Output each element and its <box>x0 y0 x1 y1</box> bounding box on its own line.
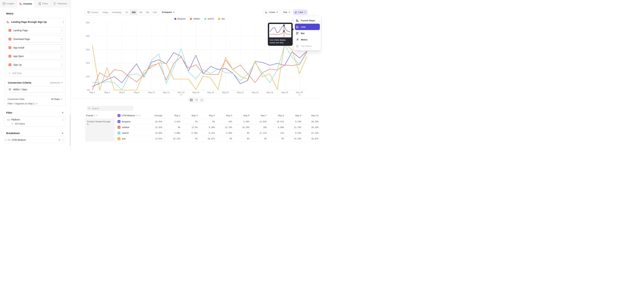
column-header[interactable]: May 3 <box>180 112 198 118</box>
kebab-icon[interactable] <box>61 29 62 32</box>
date-range-3m[interactable]: 3M <box>138 10 144 15</box>
tab-retention[interactable]: Retention <box>52 0 69 7</box>
date-range-30d[interactable]: 30D <box>130 10 138 15</box>
date-range-12m[interactable]: 12M <box>151 10 158 15</box>
legend-item[interactable]: $organic <box>174 18 186 20</box>
menu-item-bar[interactable]: Bar <box>294 30 321 36</box>
funnel-step-5[interactable]: 5 Sign Up <box>6 62 64 68</box>
column-header[interactable]: May 2 <box>163 112 180 118</box>
date-range-7d[interactable]: 7D <box>124 10 130 15</box>
column-header[interactable]: May 4 <box>198 112 215 118</box>
filter-card-platform[interactable]: Aa Platform Is iOS Native <box>4 116 66 126</box>
property-type-badge: Aa <box>8 138 10 141</box>
kebab-icon[interactable] <box>61 55 62 58</box>
chevron-down-icon <box>36 103 38 104</box>
column-header[interactable]: May 6 <box>232 112 250 118</box>
column-header[interactable]: May 10 <box>301 112 318 118</box>
filter-segment-dropdown[interactable]: Filter + Segment on Step 1 <box>8 102 38 106</box>
funnel-step-1[interactable]: 1 Landing Page <box>6 27 64 34</box>
cell-value: 12.9% <box>180 124 198 130</box>
date-range-yesterday[interactable]: Yesterday <box>110 10 124 15</box>
table-row[interactable]: search 14.85% 5.88% 5.26% 6.25% 5.56% 0%… <box>85 130 319 136</box>
x-axis-label: May 24 <box>248 91 262 94</box>
kebab-icon[interactable] <box>61 38 62 40</box>
tooltip-text: Line charts display trends over time. <box>269 38 291 44</box>
layout-chart-view-button[interactable] <box>194 98 200 102</box>
layout-table-view-button[interactable] <box>199 98 204 102</box>
kebab-icon[interactable] <box>63 21 64 23</box>
filter-operator[interactable]: Is <box>12 123 13 125</box>
legend-item[interactable]: ads <box>218 18 225 20</box>
column-header[interactable]: May 8 <box>267 112 284 118</box>
add-step-button[interactable]: + Add Step <box>6 70 64 76</box>
menu-item-line[interactable]: Line <box>295 24 320 30</box>
cell-value: 0% <box>232 136 250 142</box>
sidebar-scrollbar[interactable] <box>70 115 70 146</box>
kebab-icon[interactable] <box>63 138 64 141</box>
table-row[interactable]: ads 13.91% 33.33% 0% 16.67% 0% 0% 0% 0% … <box>85 136 319 142</box>
table-row[interactable]: sidebar 15.92% 0% 12.9% 9.38% 15.15% 14.… <box>85 124 319 130</box>
breakdown-card-utm-medium[interactable]: Aa UTM Medium <box>4 136 66 143</box>
kebab-icon[interactable] <box>61 64 62 66</box>
metric-card: Landing Page through Sign Up 1 Landing P… <box>4 18 66 106</box>
breakdown-column-header[interactable]: UTM Medium 4 <box>118 112 140 118</box>
breakdown-heading: Breakdown <box>6 132 20 134</box>
date-range-6m[interactable]: 6M <box>144 10 151 15</box>
row-checkbox[interactable] <box>118 120 120 123</box>
column-header[interactable]: May 7 <box>250 112 267 118</box>
filter-value[interactable]: iOS Native <box>15 123 25 125</box>
chevron-down-icon <box>304 12 306 13</box>
cell-value: 10% <box>215 119 232 124</box>
conversion-window-card[interactable]: Within 7 days <box>6 86 64 92</box>
search-input[interactable] <box>92 107 132 110</box>
funnel-column-header[interactable]: Funnel 1 <box>86 112 98 118</box>
kebab-icon[interactable] <box>61 46 62 49</box>
all-steps-dropdown[interactable]: All Steps <box>51 98 62 100</box>
annotation-badge[interactable]: 1 <box>298 92 301 96</box>
row-checkbox[interactable] <box>118 137 120 140</box>
chart-type-dropdown[interactable]: Line <box>293 10 308 15</box>
add-filter-button[interactable]: + <box>62 111 64 114</box>
tab-insights[interactable]: Insights <box>0 0 17 7</box>
cell-value: 0% <box>267 136 284 142</box>
legend-swatch <box>218 18 220 20</box>
add-breakdown-button[interactable]: + <box>62 132 64 135</box>
column-header[interactable]: May 9 <box>284 112 301 118</box>
annotation-badge[interactable]: 1 <box>180 92 183 96</box>
conversion-criteria-row: Conversion Criteria Advanced <box>8 81 62 84</box>
layout-split-view-button[interactable] <box>189 98 194 102</box>
retention-icon <box>54 2 56 5</box>
advanced-dropdown[interactable]: Advanced <box>50 81 62 84</box>
row-checkbox[interactable] <box>118 132 120 134</box>
tab-flows[interactable]: Flows <box>34 0 52 7</box>
menu-item-funnel-steps[interactable]: Funnel Steps <box>294 17 321 24</box>
drag-handle-icon[interactable] <box>5 139 6 141</box>
filter-section-header: Filter + <box>6 111 64 114</box>
scale-dropdown[interactable]: Linear <box>263 10 280 15</box>
compare-button[interactable]: Compare <box>161 10 176 15</box>
y-axis-label: 20% <box>80 62 90 64</box>
granularity-dropdown[interactable]: Day <box>282 10 292 15</box>
table-row[interactable]: $organic 16.03% 2.63% 5% 8% 10% 5.36% 12… <box>85 118 319 124</box>
row-checkbox[interactable] <box>118 126 120 129</box>
funnel-step-3[interactable]: 3 App Install <box>6 44 64 51</box>
tab-funnels[interactable]: Funnels <box>17 0 34 7</box>
remove-breakdown-icon[interactable] <box>59 139 60 141</box>
menu-item-metric[interactable]: # Metric <box>294 36 321 43</box>
kebab-icon[interactable] <box>63 118 64 121</box>
date-range-custom[interactable]: Custom <box>85 10 100 15</box>
date-range-today[interactable]: Today <box>100 10 110 15</box>
funnels-icon <box>20 2 22 5</box>
tab-label: Flows <box>42 2 48 5</box>
checkbox-checked[interactable] <box>118 114 120 117</box>
column-header[interactable]: May 5 <box>215 112 232 118</box>
funnel-step-4[interactable]: 4 App Open <box>6 53 64 60</box>
funnel-step-2[interactable]: 2 Download Page <box>6 36 64 42</box>
column-header[interactable]: Average <box>146 112 162 118</box>
funnel-metric-header[interactable]: Landing Page through Sign Up <box>7 20 64 24</box>
cell-value: 5.26% <box>180 130 198 136</box>
legend-item[interactable]: sidebar <box>190 18 200 20</box>
legend-item[interactable]: search <box>204 18 214 20</box>
cell-value: 5.56% <box>215 130 232 136</box>
segment-name: sidebar <box>122 124 129 130</box>
